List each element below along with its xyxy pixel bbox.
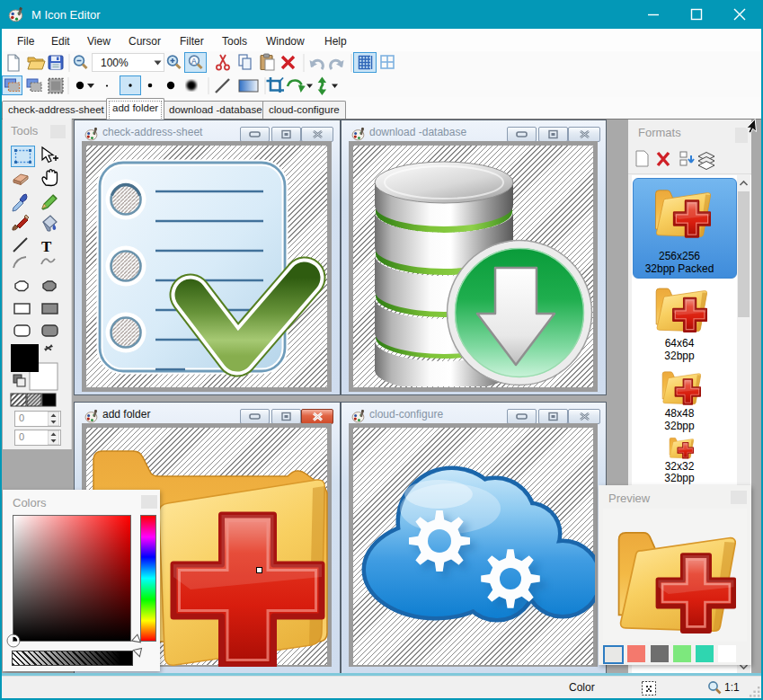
svg-text:100%: 100%	[101, 57, 129, 69]
svg-text:T: T	[41, 238, 52, 255]
svg-text:A: A	[191, 57, 197, 66]
